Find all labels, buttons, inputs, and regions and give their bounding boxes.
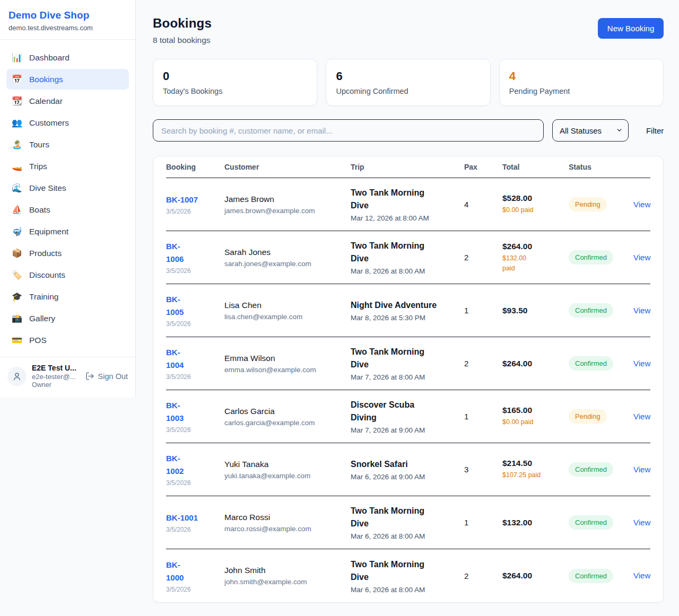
main-content: Bookings 8 total bookings New Booking 0 … (136, 0, 679, 616)
sidebar-item-label: Training (29, 292, 58, 302)
booking-date: 3/5/2026 (166, 526, 224, 533)
filter-button[interactable]: Filter (646, 126, 664, 135)
sidebar-item-trips[interactable]: 🚤 Trips (6, 156, 129, 177)
total-amount: $214.50 (502, 459, 569, 468)
customer-cell: Carlos Garcia carlos.garcia@example.com (224, 407, 351, 427)
col-header-pax: Pax (464, 163, 502, 171)
bookings-table: Booking Customer Trip Pax Total Status B… (153, 156, 664, 603)
page-title: Bookings (153, 16, 212, 31)
stat-card: 0 Today's Bookings (153, 59, 317, 106)
booking-id-link[interactable]: BK- 1005 (166, 293, 184, 319)
view-link[interactable]: View (633, 465, 650, 474)
trip-name: Two Tank Morning Dive (351, 346, 442, 371)
stat-value: 4 (509, 69, 654, 83)
sidebar-item-boats[interactable]: ⛵ Boats (6, 199, 129, 220)
view-link[interactable]: View (633, 518, 650, 527)
booking-date: 3/5/2026 (166, 426, 224, 434)
table-row: BK-1001 3/5/2026 Marco Rossi marco.rossi… (166, 496, 650, 549)
view-link[interactable]: View (633, 412, 650, 421)
total-cell: $165.00 $0.00 paid (502, 406, 569, 427)
table-row: BK- 1005 3/5/2026 Lisa Chen lisa.chen@ex… (166, 284, 650, 337)
customer-email: carlos.garcia@example.com (224, 419, 340, 427)
stat-value: 6 (336, 69, 480, 83)
customer-name: Marco Rossi (224, 513, 340, 522)
trip-name: Discover Scuba Diving (351, 399, 442, 424)
sidebar-item-dive-sites[interactable]: 🌊 Dive Sites (6, 178, 129, 198)
sidebar-item-pos[interactable]: 💳 POS (6, 330, 129, 350)
view-link[interactable]: View (633, 306, 650, 315)
table-body: BK-1007 3/5/2026 James Brown james.brown… (166, 178, 650, 602)
booking-date: 3/5/2026 (166, 320, 224, 328)
status-badge: Pending (569, 197, 607, 212)
filter-row: All Statuses Filter (153, 119, 664, 142)
sidebar-item-bookings[interactable]: 📅 Bookings (6, 69, 129, 90)
sidebar-item-label: Discounts (29, 270, 65, 280)
col-header-customer: Customer (224, 163, 351, 171)
sidebar-item-dashboard[interactable]: 📊 Dashboard (6, 47, 129, 68)
actions-cell: View (633, 306, 650, 315)
booking-id-link[interactable]: BK- 1006 (166, 240, 184, 266)
status-badge: Confirmed (569, 250, 613, 265)
trip-cell: Two Tank Morning Dive Mar 7, 2026 at 8:0… (351, 346, 464, 381)
sidebar-nav: 📊 Dashboard 📅 Bookings 📆 Calendar 👥 Cust… (0, 40, 135, 357)
pos-icon: 💳 (12, 335, 22, 345)
view-link[interactable]: View (633, 571, 650, 580)
sidebar-item-label: Calendar (29, 96, 63, 106)
stat-label: Upcoming Confirmed (336, 87, 480, 95)
total-amount: $165.00 (502, 406, 569, 415)
sidebar-item-label: Bookings (29, 75, 63, 84)
trip-name: Night Dive Adventure (351, 299, 442, 312)
trip-name: Two Tank Morning Dive (351, 505, 442, 530)
trip-datetime: Mar 12, 2026 at 8:00 AM (351, 214, 454, 222)
booking-id-link[interactable]: BK- 1002 (166, 452, 184, 478)
sidebar-item-training[interactable]: 🎓 Training (6, 286, 129, 307)
booking-cell: BK- 1006 3/5/2026 (166, 240, 224, 275)
paid-amount: $132.00 paid (502, 253, 545, 274)
user-section: E2E Test U... e2e-tester@... Owner Sign … (0, 357, 135, 397)
actions-cell: View (633, 200, 650, 209)
actions-cell: View (633, 359, 650, 368)
sign-out-button[interactable]: Sign Out (85, 372, 128, 381)
pax-count: 1 (464, 412, 502, 421)
view-link[interactable]: View (633, 253, 650, 262)
customer-name: Yuki Tanaka (224, 460, 340, 469)
brand-name: Demo Dive Shop (8, 10, 127, 21)
booking-id-link[interactable]: BK- 1004 (166, 346, 184, 372)
booking-cell: BK- 1002 3/5/2026 (166, 452, 224, 487)
sidebar-item-customers[interactable]: 👥 Customers (6, 112, 129, 133)
pax-count: 4 (464, 200, 502, 209)
customer-cell: Lisa Chen lisa.chen@example.com (224, 301, 351, 321)
customer-cell: John Smith john.smith@example.com (224, 566, 351, 586)
sidebar-item-tours[interactable]: 🏝️ Tours (6, 134, 129, 155)
trip-datetime: Mar 6, 2026 at 8:00 AM (351, 532, 454, 540)
trip-name: Snorkel Safari (351, 458, 442, 471)
status-cell: Confirmed (569, 515, 633, 530)
sidebar-item-label: Gallery (29, 314, 55, 323)
view-link[interactable]: View (633, 200, 650, 209)
customers-icon: 👥 (12, 118, 22, 128)
training-icon: 🎓 (12, 292, 22, 302)
customer-name: James Brown (224, 195, 340, 204)
customer-cell: Sarah Jones sarah.jones@example.com (224, 248, 351, 268)
stat-value: 0 (163, 69, 307, 83)
bookings-icon: 📅 (12, 74, 22, 84)
sidebar-item-calendar[interactable]: 📆 Calendar (6, 91, 129, 111)
booking-id-link[interactable]: BK-1001 (166, 512, 198, 524)
table-row: BK-1007 3/5/2026 James Brown james.brown… (166, 178, 650, 231)
paid-amount: $0.00 paid (502, 417, 545, 427)
search-input[interactable] (153, 119, 544, 142)
view-link[interactable]: View (633, 359, 650, 368)
booking-cell: BK- 1003 3/5/2026 (166, 399, 224, 434)
status-select[interactable]: All Statuses (552, 119, 629, 142)
booking-id-link[interactable]: BK-1007 (166, 193, 198, 206)
status-cell: Pending (569, 197, 633, 212)
booking-id-link[interactable]: BK- 1003 (166, 399, 184, 425)
sidebar-item-gallery[interactable]: 📸 Gallery (6, 308, 129, 329)
sidebar-item-discounts[interactable]: 🏷️ Discounts (6, 265, 129, 285)
sidebar-item-products[interactable]: 📦 Products (6, 243, 129, 263)
booking-id-link[interactable]: BK- 1000 (166, 559, 184, 584)
customer-email: sarah.jones@example.com (224, 260, 340, 268)
sidebar-item-equipment[interactable]: 🤿 Equipment (6, 221, 129, 242)
new-booking-button[interactable]: New Booking (598, 18, 664, 39)
table-row: BK- 1003 3/5/2026 Carlos Garcia carlos.g… (166, 390, 650, 443)
